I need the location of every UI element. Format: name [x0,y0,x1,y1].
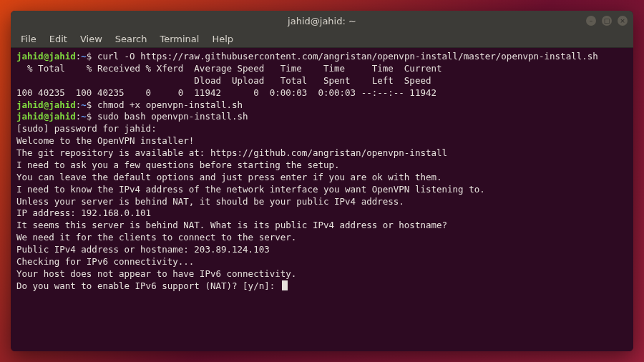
output-ip-address: IP address: 192.168.0.101 [16,207,628,220]
output-questions: I need to ask you a few questions before… [16,160,628,172]
command-chmod: chmod +x openvpn-install.sh [97,99,243,110]
maximize-button[interactable]: □ [602,16,612,26]
close-button[interactable]: × [618,16,628,26]
output-ipv4-need: I need to know the IPv4 address of the n… [16,184,628,196]
sudo-prompt: [sudo] password for jahid: [16,123,628,135]
command-curl: curl -O https://raw.githubusercontent.co… [97,51,598,62]
prompt-path: ~ [81,51,87,62]
curl-progress-row: 100 40235 100 40235 0 0 11942 0 0:00:03 … [16,87,628,99]
prompt-line-3: jahid@jahid:~$ sudo bash openvpn-install… [16,111,628,123]
output-nat-detect: It seems this server is behind NAT. What… [16,220,628,232]
terminal-body[interactable]: jahid@jahid:~$ curl -O https://raw.githu… [11,48,633,351]
output-public-ip: Public IPv4 address or hostname: 203.89.… [16,244,628,256]
menu-help[interactable]: Help [206,32,239,46]
prompt-userhost: jahid@jahid [16,51,76,62]
terminal-window: jahid@jahid: ~ – □ × File Edit View Sear… [11,11,633,351]
titlebar[interactable]: jahid@jahid: ~ – □ × [11,11,633,31]
command-sudo-bash: sudo bash openvpn-install.sh [97,111,248,122]
output-no-ipv6: Your host does not appear to have IPv6 c… [16,268,628,280]
minimize-button[interactable]: – [586,16,596,26]
curl-header-1: % Total % Received % Xferd Average Speed… [16,63,628,75]
output-nat-need: We need it for the clients to connect to… [16,232,628,244]
cursor-icon [282,280,288,290]
output-welcome: Welcome to the OpenVPN installer! [16,135,628,147]
menu-edit[interactable]: Edit [44,32,73,46]
output-ipv4-note: Unless your server is behind NAT, it sho… [16,196,628,208]
output-repo-url: The git repository is available at: http… [16,147,628,160]
prompt-line-1: jahid@jahid:~$ curl -O https://raw.githu… [16,51,628,63]
menu-view[interactable]: View [74,32,108,46]
curl-header-2: Dload Upload Total Spent Left Speed [16,75,628,87]
window-title: jahid@jahid: ~ [11,16,633,26]
menu-terminal[interactable]: Terminal [154,32,205,46]
menubar: File Edit View Search Terminal Help [11,31,633,48]
output-defaults: You can leave the default options and ju… [16,172,628,184]
window-controls: – □ × [586,16,628,26]
output-ipv6-check: Checking for IPv6 connectivity... [16,256,628,268]
prompt-ipv6-enable: Do you want to enable IPv6 support (NAT)… [16,280,628,293]
prompt-line-2: jahid@jahid:~$ chmod +x openvpn-install.… [16,99,628,112]
menu-file[interactable]: File [15,32,42,46]
menu-search[interactable]: Search [109,32,153,46]
